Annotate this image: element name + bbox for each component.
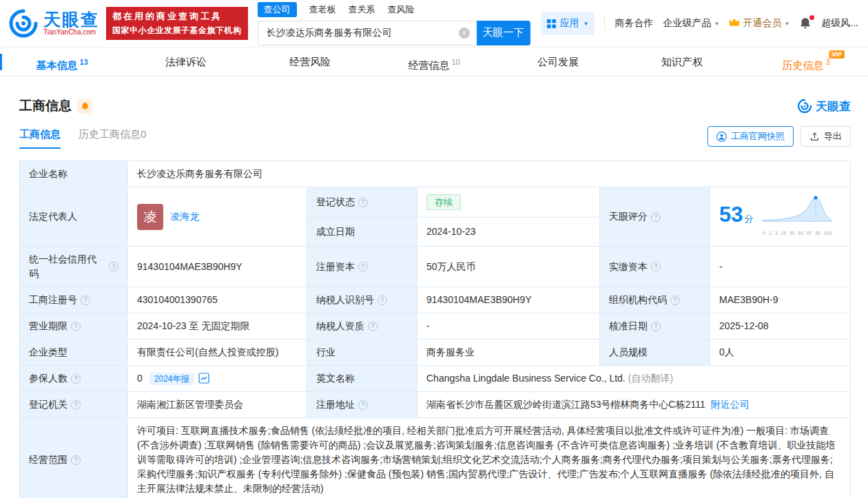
business-scope: 许可项目: 互联网直播技术服务;食品销售 (依法须经批准的项目, 经相关部门批准…: [137, 425, 835, 494]
tab-basic-info[interactable]: 基本信息13: [0, 48, 124, 76]
slogan-line1: 都在用的商业查询工具: [112, 10, 242, 23]
score-unit: 分: [744, 214, 753, 224]
industry: 商务服务业: [426, 346, 475, 357]
help-icon[interactable]: ?: [81, 295, 90, 305]
search-area: 查公司 查老板 查关系 查风险 ✕ 天眼一下: [258, 2, 530, 45]
nav-label: 开通会员: [743, 17, 781, 30]
field-label: 参保人数: [29, 371, 68, 386]
help-icon[interactable]: ?: [109, 262, 118, 271]
avatar[interactable]: 凌: [137, 204, 163, 230]
field-label: 登记机关: [29, 397, 68, 412]
tab-company-development[interactable]: 公司发展: [496, 48, 620, 76]
company-type: 有限责任公司(自然人投资或控股): [137, 346, 278, 357]
help-icon[interactable]: ?: [651, 322, 661, 331]
annual-report-badge[interactable]: 2024年报: [149, 373, 194, 385]
help-icon[interactable]: ?: [71, 322, 81, 331]
clear-icon[interactable]: ✕: [459, 28, 470, 39]
chevron-down-icon: ▼: [784, 21, 789, 27]
field-label: 实缴资本: [609, 260, 648, 274]
field-label: 组织机构代码: [609, 293, 667, 307]
grid-icon: [547, 19, 556, 28]
credit-code: 91430104MAE3B90H9Y: [137, 261, 242, 272]
search-tab-risk[interactable]: 查风险: [388, 3, 415, 16]
auto-translate-note: (自动翻译): [628, 373, 673, 384]
approval-date: 2025-12-08: [719, 320, 769, 331]
registered-capital: 50万人民币: [426, 261, 476, 272]
nav-enterprise-products[interactable]: 企业级产品 ▼: [663, 17, 719, 30]
search-button[interactable]: 天眼一下: [477, 21, 530, 45]
trend-chart-icon[interactable]: [198, 373, 209, 384]
notification-bell-icon[interactable]: [799, 17, 812, 30]
nav-business-cooperation[interactable]: 商务合作: [614, 17, 653, 30]
table-row: 法定代表人 凌 凌海龙 登记状态? 存续 天眼评分? 53分 0131: [20, 187, 851, 218]
field-label: 企业名称: [29, 167, 68, 181]
notification-dot: [809, 15, 814, 20]
help-icon[interactable]: ?: [71, 455, 81, 465]
monitor-bell-icon[interactable]: [77, 98, 92, 114]
nav-open-membership[interactable]: 开通会员 ▼: [729, 17, 789, 30]
help-icon[interactable]: ?: [358, 400, 368, 410]
tab-count: 10: [451, 58, 459, 66]
search-tab-company[interactable]: 查公司: [258, 2, 297, 17]
field-label: 注册资本: [316, 260, 355, 274]
chevron-down-icon: ▼: [714, 21, 719, 27]
table-row: 经营范围? 许可项目: 互联网直播技术服务;食品销售 (依法须经批准的项目, 经…: [20, 418, 851, 498]
help-icon[interactable]: ?: [368, 322, 378, 331]
tab-legal-litigation[interactable]: 法律诉讼: [124, 48, 248, 76]
help-icon[interactable]: ?: [378, 295, 387, 305]
top-navigation: 应用 ▼ 商务合作 企业级产品 ▼ 开通会员 ▼ 超级风...: [541, 12, 858, 35]
score-axis-ticks: 0131550659799100: [763, 226, 831, 240]
official-snapshot-button[interactable]: 工商官网快照: [707, 126, 794, 147]
subtab-history-business-info[interactable]: 历史工商信息0: [79, 128, 146, 149]
top-header: 天眼查 TianYanCha.com 都在用的商业查询工具 国家中小企业发展子基…: [0, 0, 868, 47]
tab-label: 知识产权: [661, 56, 703, 68]
field-label: 纳税人识别号: [316, 293, 374, 307]
tab-count: 13: [79, 58, 87, 66]
paid-capital: -: [719, 261, 723, 272]
nav-label: 超级风...: [821, 17, 858, 30]
field-label: 统一社会信用代码: [29, 252, 105, 281]
organization-code: MAE3B90H-9: [719, 294, 778, 305]
apps-menu[interactable]: 应用 ▼: [541, 12, 595, 35]
search-input[interactable]: [258, 21, 477, 45]
subtab-business-info[interactable]: 工商信息: [19, 128, 61, 149]
registered-address: 湖南省长沙市岳麓区观沙岭街道滨江路53号楷林商务中心C栋2111: [426, 399, 705, 410]
help-icon[interactable]: ?: [358, 198, 368, 207]
tianyan-score-cell[interactable]: 53分 0131550659799100: [710, 187, 851, 247]
field-label: 英文名称: [316, 371, 355, 386]
staff-size: 0人: [719, 346, 734, 357]
nav-super-risk[interactable]: 超级风...: [821, 17, 858, 30]
registration-authority: 湖南湘江新区管理委员会: [137, 399, 243, 410]
tab-label: 法律诉讼: [165, 56, 207, 68]
subtab-row: 工商信息 历史工商信息0 工商官网快照 导出: [0, 115, 868, 151]
logo-domain: TianYanCha.com: [43, 28, 99, 37]
nearby-companies-link[interactable]: 附近公司: [711, 399, 750, 410]
tab-history-info[interactable]: 历史信息3 VIP: [744, 48, 868, 76]
button-label: 导出: [824, 130, 842, 143]
table-row: 企业类型 有限责任公司(自然人投资或控股) 行业 商务服务业 人员规模 0人: [20, 340, 851, 366]
company-section-tabs: 基本信息13 法律诉讼 经营风险 经营信息10 公司发展 知识产权 历史信息3 …: [0, 48, 868, 76]
tab-label: 基本信息: [36, 59, 77, 71]
table-row: 营业期限? 2024-10-23 至 无固定期限 纳税人资质? - 核准日期? …: [20, 313, 851, 340]
help-icon[interactable]: ?: [651, 212, 661, 222]
field-label: 人员规模: [609, 345, 648, 360]
tianyancha-logo[interactable]: 天眼查 TianYanCha.com: [8, 8, 99, 39]
field-label: 营业期限: [29, 319, 68, 333]
help-icon[interactable]: ?: [71, 400, 81, 410]
tab-operation-risk[interactable]: 经营风险: [248, 48, 372, 76]
tab-operation-info[interactable]: 经营信息10: [372, 48, 496, 76]
export-button[interactable]: 导出: [800, 126, 851, 147]
help-icon[interactable]: ?: [71, 374, 81, 384]
search-tab-boss[interactable]: 查老板: [309, 3, 336, 16]
field-label: 工商注册号: [29, 293, 77, 307]
help-icon[interactable]: ?: [670, 295, 680, 305]
official-seal-icon: [716, 132, 727, 142]
legal-representative-link[interactable]: 凌海龙: [170, 209, 199, 224]
help-icon[interactable]: ?: [651, 262, 661, 271]
help-icon[interactable]: ?: [358, 262, 368, 271]
taxpayer-id: 91430104MAE3B90H9Y: [426, 294, 532, 305]
tab-intellectual-property[interactable]: 知识产权: [620, 48, 744, 76]
company-name: 长沙凌达乐商务服务有限公司: [137, 168, 262, 179]
search-tab-relation[interactable]: 查关系: [349, 3, 375, 16]
field-label: 天眼评分: [609, 209, 648, 224]
